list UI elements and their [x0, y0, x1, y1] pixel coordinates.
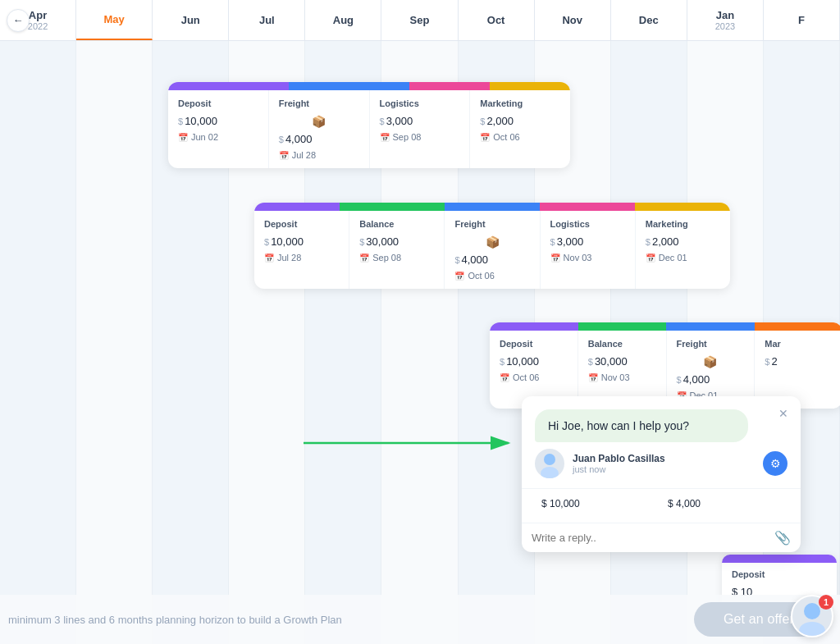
svg-point-3 [541, 467, 559, 478]
calendar-icon: 📅 [264, 253, 274, 263]
svg-point-5 [799, 622, 825, 636]
back-icon: ← [13, 14, 24, 26]
calendar-icon: 📅 [480, 133, 490, 142]
chat-sender-row: Juan Pablo Casillas just now ⚙ [522, 449, 801, 488]
month-label-nov: Nov [562, 14, 582, 26]
chat-input-area[interactable]: 📎 [522, 523, 801, 552]
card2-marketing: Marketing $ 2,000 📅 Dec 01 [636, 211, 730, 289]
card2-table: Deposit $ 10,000 📅 Jul 28 Balance $ 30,0… [254, 211, 730, 289]
year-2023: 2023 [715, 21, 735, 31]
back-button[interactable]: ← [7, 9, 30, 32]
col-may [76, 41, 153, 644]
card1-deposit: Deposit $ 10,000 📅 Jun 02 [168, 90, 269, 168]
calendar-icon: 📅 [279, 151, 289, 160]
month-label-apr: Apr [29, 9, 47, 21]
month-label-jul: Jul [259, 14, 275, 26]
box-icon: 📦 [677, 355, 745, 368]
month-label-dec: Dec [639, 14, 659, 26]
calendar-icon: 📅 [550, 253, 560, 263]
box-icon: 📦 [454, 235, 529, 249]
month-sep[interactable]: Sep [381, 0, 458, 40]
payment-card-2[interactable]: Deposit $ 10,000 📅 Jul 28 Balance $ 30,0… [254, 203, 730, 289]
col-apr [0, 41, 76, 644]
chat-amounts: $ 10,000 $ 4,000 [522, 488, 801, 523]
svg-point-4 [804, 603, 820, 619]
month-feb[interactable]: F [764, 0, 840, 40]
month-label-may: May [103, 13, 124, 25]
month-label-aug: Aug [333, 14, 354, 26]
bottom-bar: minimum 3 lines and 6 months planning ho… [0, 595, 840, 644]
month-apr[interactable]: ← Apr 2022 [0, 0, 76, 40]
month-may[interactable]: May [76, 0, 153, 40]
month-nov[interactable]: Nov [535, 0, 611, 40]
month-label-jan: Jan [716, 9, 734, 21]
mini-card-color-bar [722, 555, 837, 563]
month-jul[interactable]: Jul [229, 0, 305, 40]
calendar-icon: 📅 [178, 133, 188, 142]
card2-deposit: Deposit $ 10,000 📅 Jul 28 [254, 211, 349, 289]
box-icon: 📦 [279, 115, 359, 128]
chat-reply-input[interactable] [532, 532, 768, 544]
chat-amount-1: $ 10,000 [535, 489, 661, 516]
calendar-icon: 📅 [588, 373, 598, 382]
card2-freight: Freight 📦 $ 4,000 📅 Oct 06 [445, 211, 540, 289]
card2-balance: Balance $ 30,000 📅 Sep 08 [349, 211, 445, 289]
month-jun[interactable]: Jun [153, 0, 229, 40]
svg-point-2 [544, 454, 555, 465]
month-label-oct: Oct [487, 14, 505, 26]
month-label-sep: Sep [410, 14, 430, 26]
card1-color-bar [168, 82, 570, 90]
bot-icon: ⚙ [763, 451, 788, 476]
sender-info: Juan Pablo Casillas just now [573, 453, 755, 474]
chat-message: Hi Joe, how can I help you? [535, 409, 748, 442]
month-aug[interactable]: Aug [305, 0, 381, 40]
calendar-icon: 📅 [454, 272, 464, 281]
card1-marketing: Marketing $ 2,000 📅 Oct 06 [470, 90, 570, 168]
card3-color-bar [490, 322, 840, 331]
attach-icon[interactable]: 📎 [774, 530, 791, 546]
month-label-jun: Jun [181, 14, 200, 26]
month-dec[interactable]: Dec [611, 0, 687, 40]
year-2022: 2022 [28, 21, 48, 31]
calendar-icon: 📅 [359, 253, 369, 263]
calendar-icon: 📅 [500, 373, 509, 382]
card1-logistics: Logistics $ 3,000 📅 Sep 08 [370, 90, 471, 168]
notification-badge[interactable]: 1 [791, 595, 833, 637]
chat-popup[interactable]: ✕ Hi Joe, how can I help you? Juan Pablo… [522, 396, 801, 552]
card1-freight: Freight 📦 $ 4,000 📅 Jul 28 [269, 90, 370, 168]
chat-amount-2: $ 4,000 [661, 489, 788, 516]
bottom-hint: minimum 3 lines and 6 months planning ho… [8, 614, 342, 626]
month-jan[interactable]: Jan 2023 [687, 0, 764, 40]
card1-table: Deposit $ 10,000 📅 Jun 02 Freight 📦 $ 4,… [168, 90, 570, 168]
payment-card-1[interactable]: Deposit $ 10,000 📅 Jun 02 Freight 📦 $ 4,… [168, 82, 570, 168]
card2-color-bar [254, 203, 730, 211]
calendar-icon: 📅 [646, 253, 655, 263]
timeline-header: ← Apr 2022 May Jun Jul Aug Sep Oct Nov D… [0, 0, 840, 41]
notification-count: 1 [819, 595, 833, 610]
card2-logistics: Logistics $ 3,000 📅 Nov 03 [541, 211, 636, 289]
avatar [535, 449, 564, 478]
month-oct[interactable]: Oct [459, 0, 535, 40]
close-button[interactable]: ✕ [774, 404, 792, 422]
month-label-feb: F [798, 14, 805, 26]
calendar-icon: 📅 [380, 133, 390, 142]
